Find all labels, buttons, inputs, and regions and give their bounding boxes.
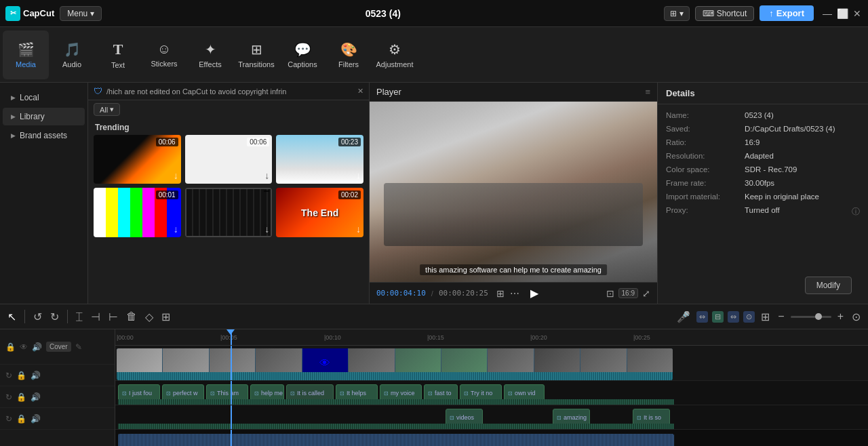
- select-tool[interactable]: ↖: [5, 308, 18, 325]
- colorspace-value: SDR - Rec.709: [745, 165, 860, 174]
- download-icon-2[interactable]: ↓: [356, 170, 361, 181]
- player-panel: Player ≡ this amazing software can help …: [370, 83, 658, 304]
- sync-icon-3[interactable]: ↻: [5, 414, 12, 424]
- delete-tool[interactable]: 🗑: [124, 308, 139, 325]
- download-icon-3[interactable]: ↓: [174, 224, 178, 235]
- download-icon-0[interactable]: ↓: [174, 170, 178, 181]
- media-thumb-0[interactable]: 00:06 ↓: [94, 135, 181, 184]
- toolbar-stickers[interactable]: ☺ Stickers: [141, 31, 187, 79]
- split-right-tool[interactable]: ⊢: [106, 308, 120, 325]
- toolbar-captions[interactable]: 💬 Captions: [279, 31, 326, 79]
- resolution-label: Resolution:: [666, 152, 741, 160]
- sync-icon-2[interactable]: ↻: [5, 392, 12, 402]
- lock-icon-4[interactable]: 🔒: [16, 414, 26, 424]
- toolbar-text[interactable]: T Text: [95, 31, 141, 79]
- media-thumb-1[interactable]: 00:06 ↓: [185, 135, 273, 184]
- sidebar-item-local[interactable]: ▶ Local: [3, 89, 85, 106]
- playhead[interactable]: [231, 329, 232, 345]
- timeline-content[interactable]: |00:00 |00:05 |00:10 |00:15 |00:20 |00:2…: [115, 329, 868, 446]
- playhead-secondary: [231, 405, 232, 429]
- menu-button[interactable]: Menu ▾: [60, 6, 102, 21]
- lock-icon-2[interactable]: 🔒: [16, 371, 26, 380]
- details-header: Details: [658, 83, 868, 104]
- download-icon-4[interactable]: ↓: [264, 224, 269, 235]
- play-button[interactable]: ▶: [530, 287, 538, 300]
- lock-icon-3[interactable]: 🔒: [16, 392, 26, 402]
- toolbar-effects[interactable]: ✦ Effects: [187, 31, 233, 79]
- media-thumb-4[interactable]: ↓: [185, 188, 273, 237]
- undo-button[interactable]: ↺: [31, 308, 44, 325]
- ruler-mark-10: |00:10: [324, 334, 341, 341]
- copy-icon[interactable]: ⊞: [759, 308, 772, 325]
- ruler-mark-0: |00:00: [117, 334, 134, 341]
- project-title: 0523 (4): [107, 8, 658, 19]
- menu-label: Menu: [67, 9, 87, 18]
- toolbar-transitions[interactable]: ⊞ Transitions: [233, 31, 279, 79]
- export-button[interactable]: ↑ Export: [760, 5, 814, 21]
- zoom-in-icon[interactable]: +: [835, 308, 846, 325]
- sync-icon[interactable]: ↻: [5, 371, 12, 380]
- caption-icon-2: ⊡: [210, 390, 215, 397]
- edit-icon[interactable]: ✎: [75, 342, 82, 352]
- redo-button[interactable]: ↻: [48, 308, 61, 325]
- export-label: Export: [776, 8, 804, 18]
- volume-icon[interactable]: 🔊: [32, 342, 42, 352]
- ratio-label: Ratio:: [666, 138, 741, 146]
- image-tool[interactable]: ⊞: [159, 308, 172, 325]
- toolbar-adjustment[interactable]: ⚙ Adjustment: [372, 31, 418, 79]
- volume-icon-4[interactable]: 🔊: [31, 414, 41, 424]
- media-thumb-3[interactable]: 00:01 ↓: [94, 188, 181, 237]
- track-icon-3[interactable]: ⇔: [728, 311, 739, 323]
- download-icon-1[interactable]: ↓: [264, 170, 269, 181]
- fit-icon[interactable]: ⊙: [850, 308, 863, 325]
- timeline-toolbar: ↖ ↺ ↻ ⌶ ⊣ ⊢ 🗑 ◇ ⊞ 🎤 ⇔ ⊟ ⇔ ⊙ ⊞ − + ⊙: [0, 304, 868, 329]
- caption-icon-6: ⊡: [384, 390, 389, 397]
- secondary-clip-track: ⊡videos ⊡amazing ⊡It is so: [115, 405, 868, 430]
- main-audio-waveform[interactable]: [118, 434, 674, 446]
- ruler-mark-20: |00:20: [530, 334, 547, 341]
- sec-icon-2: ⊡: [637, 415, 642, 421]
- zoom-slider[interactable]: [791, 316, 831, 318]
- zoom-out-icon[interactable]: −: [776, 308, 786, 325]
- track-icon-2[interactable]: ⊟: [712, 311, 724, 323]
- sidebar-item-library[interactable]: ▶ Library: [3, 108, 85, 125]
- media-thumb-2[interactable]: 00:23 ↓: [276, 135, 363, 184]
- notice-close-button[interactable]: ✕: [357, 87, 363, 96]
- keyframe-tool[interactable]: ◇: [143, 308, 155, 325]
- player-menu-icon[interactable]: ≡: [645, 87, 650, 97]
- timeline-ruler: |00:00 |00:05 |00:10 |00:15 |00:20 |00:2…: [115, 329, 868, 346]
- media-thumb-5[interactable]: The End 00:02 ↓: [276, 188, 363, 237]
- export-icon: ↑: [769, 8, 774, 18]
- modify-button[interactable]: Modify: [805, 277, 852, 294]
- toolbar-audio[interactable]: 🎵 Audio: [49, 31, 95, 79]
- split-left-tool[interactable]: ⊣: [89, 308, 102, 325]
- link-track-icon[interactable]: ⇔: [696, 311, 708, 323]
- volume-icon-2[interactable]: 🔊: [31, 371, 41, 380]
- filter-all-button[interactable]: All ▾: [94, 103, 120, 116]
- toolbar-media[interactable]: 🎬 Media: [3, 31, 49, 79]
- close-button[interactable]: ✕: [852, 8, 863, 19]
- grid-icon[interactable]: ⊞: [496, 288, 505, 299]
- player-video-area[interactable]: this amazing software can help me to cre…: [370, 102, 657, 282]
- info-icon[interactable]: ⓘ: [852, 206, 860, 218]
- screenshot-icon[interactable]: ⊡: [606, 288, 614, 299]
- split-tool[interactable]: ⌶: [74, 308, 85, 325]
- eye-icon[interactable]: 👁: [20, 342, 28, 352]
- dots-icon[interactable]: ⋯: [510, 288, 519, 299]
- monitor-button[interactable]: ⊞ ▾: [664, 6, 689, 21]
- lock-icon[interactable]: 🔒: [5, 342, 16, 352]
- stickers-icon: ☺: [157, 41, 171, 57]
- cover-button[interactable]: Cover: [46, 342, 71, 352]
- center-icon[interactable]: ⊙: [743, 311, 755, 323]
- maximize-button[interactable]: ⬜: [837, 8, 848, 19]
- fullscreen-icon[interactable]: ⤢: [642, 288, 650, 299]
- caption-icon-1: ⊡: [166, 390, 171, 397]
- mic-icon[interactable]: 🎤: [675, 308, 692, 325]
- stickers-label: Stickers: [151, 60, 177, 68]
- download-icon-5[interactable]: ↓: [356, 224, 361, 235]
- minimize-button[interactable]: —: [822, 8, 833, 19]
- volume-icon-3[interactable]: 🔊: [31, 392, 41, 402]
- toolbar-filters[interactable]: 🎨 Filters: [326, 31, 372, 79]
- sidebar-item-brand-assets[interactable]: ▶ Brand assets: [3, 127, 85, 144]
- shortcut-button[interactable]: ⌨ Shortcut: [695, 6, 755, 21]
